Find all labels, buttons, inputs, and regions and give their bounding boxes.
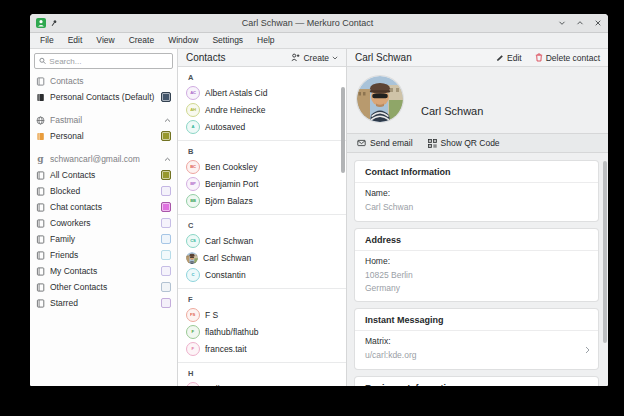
close-button[interactable] (593, 19, 602, 28)
sidebar-item-family[interactable]: Family (30, 231, 177, 247)
contact-group-f: F FS F S F flathub/flathub F frances.tai… (178, 288, 346, 357)
collection-checkbox[interactable] (161, 92, 171, 102)
collection-checkbox[interactable] (161, 250, 171, 260)
address-book-dark-icon (36, 93, 45, 102)
section-letter: C (178, 218, 346, 232)
contact-row-flathub-flathub[interactable]: F flathub/flathub (178, 323, 346, 340)
contact-row-ben-cooksley[interactable]: BC Ben Cooksley (178, 158, 346, 175)
person-add-icon (291, 53, 300, 62)
scrollbar-thumb[interactable] (603, 161, 607, 343)
detail-field-matrix[interactable]: Matrix: u/carl:kde.org (355, 331, 598, 369)
delete-contact-button[interactable]: Delete contact (535, 53, 600, 63)
sidebar-item-other-contacts[interactable]: Other Contacts (30, 279, 177, 295)
contact-row-autosaved[interactable]: A Autosaved (178, 118, 346, 135)
sidebar-section-fastmail[interactable]: Fastmail (30, 112, 177, 128)
menu-item-file[interactable]: File (33, 33, 61, 48)
contact-avatar: AH (186, 103, 200, 117)
contact-row-name: Björn Balazs (205, 196, 253, 206)
edit-button[interactable]: Edit (496, 53, 522, 63)
sidebar-item-personal[interactable]: Personal (30, 128, 177, 144)
contact-photo (357, 76, 403, 122)
contact-photo-avatar (186, 252, 198, 264)
maximize-button[interactable] (575, 19, 584, 28)
collapse-icon[interactable] (164, 118, 171, 123)
address-book-icon (36, 283, 45, 292)
collection-checkbox[interactable] (161, 298, 171, 308)
google-icon: g (36, 155, 45, 164)
sidebar-item-all-contacts[interactable]: All Contacts (30, 167, 177, 183)
collection-checkbox[interactable] (161, 266, 171, 276)
detail-card-title: Business Information (355, 377, 598, 386)
contact-row-f-s[interactable]: FS F S (178, 306, 346, 323)
show-qr-code-button[interactable]: Show QR Code (428, 138, 500, 148)
send-email-button[interactable]: Send email (357, 138, 413, 148)
contact-row-name: Carl Schwan (203, 253, 251, 263)
title-bar[interactable]: Carl Schwan — Merkuro Contact (30, 14, 608, 33)
contact-row-constantin[interactable]: C Constantin (178, 266, 346, 283)
collapse-icon[interactable] (164, 157, 171, 162)
chevron-right-icon[interactable] (585, 346, 590, 354)
collection-checkbox[interactable] (161, 131, 171, 141)
detail-field-name: Name: Carl Schwan (355, 183, 598, 221)
menu-bar: FileEditViewCreateWindowSettingsHelp (30, 33, 608, 49)
contact-row-name: frances.tait (205, 344, 247, 354)
sidebar-item-blocked[interactable]: Blocked (30, 183, 177, 199)
contact-row-halla-rempt[interactable]: HR Halla Rempt (178, 380, 346, 386)
sidebar-item-personal-contacts-default[interactable]: Personal Contacts (Default) (30, 89, 177, 105)
collection-checkbox[interactable] (161, 170, 171, 180)
sidebar-item-label: Personal (50, 131, 84, 141)
field-value: Carl Schwan (365, 201, 588, 214)
menu-item-settings[interactable]: Settings (205, 33, 250, 48)
pin-icon[interactable] (50, 19, 58, 27)
contact-row-frances-tait[interactable]: F frances.tait (178, 340, 346, 357)
contact-group-c: C CS Carl Schwan (178, 214, 346, 283)
detail-card-instant-messaging: Instant Messaging Matrix: u/carl:kde.org (355, 309, 598, 369)
sidebar-item-starred[interactable]: Starred (30, 295, 177, 311)
contact-row-bj-rn-balazs[interactable]: BB Björn Balazs (178, 192, 346, 209)
collection-checkbox[interactable] (161, 218, 171, 228)
detail-panel-header: Carl Schwan Edit Delete contact (347, 49, 608, 67)
sidebar: Contacts Personal Contacts (Default) Fas… (30, 49, 178, 386)
sidebar-item-label: Starred (50, 298, 78, 308)
menu-item-create[interactable]: Create (122, 33, 162, 48)
field-label: Matrix: (365, 336, 588, 346)
contact-group-b: B BC Ben Cooksley BP Benjamin Port BB Bj… (178, 140, 346, 209)
collection-checkbox[interactable] (161, 202, 171, 212)
chevron-down-icon (332, 56, 338, 60)
section-letter: B (178, 144, 346, 158)
collection-checkbox[interactable] (161, 282, 171, 292)
contact-row-albert-astals-cid[interactable]: AC Albert Astals Cid (178, 84, 346, 101)
contact-header: Carl Schwan (347, 67, 608, 133)
collection-checkbox[interactable] (161, 234, 171, 244)
pencil-icon (496, 54, 504, 62)
contact-row-andre-heinecke[interactable]: AH Andre Heinecke (178, 101, 346, 118)
contact-row-carl-schwan[interactable]: CS Carl Schwan (178, 232, 346, 249)
sidebar-item-chat-contacts[interactable]: Chat contacts (30, 199, 177, 215)
sidebar-section-schwancarl-gmail-com[interactable]: g schwancarl@gmail.com (30, 151, 177, 167)
search-input[interactable] (49, 57, 168, 66)
minimize-button[interactable] (557, 19, 566, 28)
sidebar-item-coworkers[interactable]: Coworkers (30, 215, 177, 231)
sidebar-item-my-contacts[interactable]: My Contacts (30, 263, 177, 279)
window-title: Carl Schwan — Merkuro Contact (62, 18, 553, 28)
search-box[interactable] (34, 53, 173, 69)
menu-item-window[interactable]: Window (161, 33, 205, 48)
contact-row-carl-schwan[interactable]: Carl Schwan (178, 249, 346, 266)
collection-checkbox[interactable] (161, 186, 171, 196)
scrollbar-thumb[interactable] (341, 87, 345, 173)
menu-item-view[interactable]: View (89, 33, 121, 48)
contacts-panel-header: Contacts Create (178, 49, 346, 67)
menu-item-edit[interactable]: Edit (61, 33, 90, 48)
contacts-panel-title: Contacts (186, 52, 225, 63)
contact-row-benjamin-port[interactable]: BP Benjamin Port (178, 175, 346, 192)
detail-panel-title: Carl Schwan (355, 52, 412, 63)
sidebar-item-friends[interactable]: Friends (30, 247, 177, 263)
search-icon (39, 57, 46, 65)
detail-field-home: Home: 10825 BerlinGermany (355, 251, 598, 302)
app-icon (36, 18, 46, 28)
create-button[interactable]: Create (291, 53, 338, 63)
menu-item-help[interactable]: Help (250, 33, 281, 48)
sidebar-group-fastmail: Fastmail Personal (30, 112, 177, 144)
sidebar-section-label: Fastmail (50, 115, 82, 125)
address-book-icon (36, 251, 45, 260)
